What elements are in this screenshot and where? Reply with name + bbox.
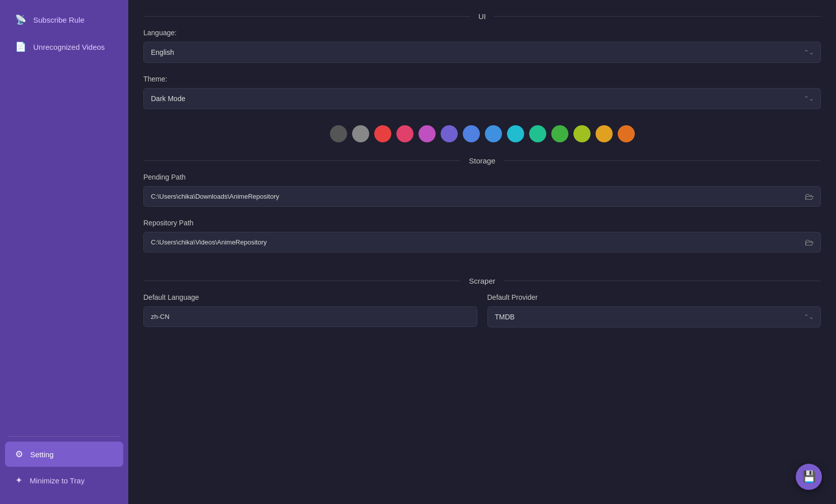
repository-path-label: Repository Path xyxy=(143,219,821,227)
pending-path-folder-button[interactable]: 🗁 xyxy=(803,190,816,203)
sidebar-item-subscribe-rule[interactable]: 📡 Subscribe Rule xyxy=(5,7,123,32)
theme-label: Theme: xyxy=(143,75,821,83)
pending-path-label: Pending Path xyxy=(143,173,821,181)
default-provider-field-group: Default Provider TMDB AniDB MyAnimeList … xyxy=(487,293,821,327)
color-swatch-default-dark[interactable] xyxy=(330,125,347,142)
theme-select[interactable]: Dark Mode Light Mode xyxy=(143,88,821,109)
scraper-section-header: Scraper xyxy=(128,265,836,293)
storage-section-content: Pending Path 🗁 Repository Path 🗁 xyxy=(128,173,836,253)
color-swatch-orange[interactable] xyxy=(618,125,635,142)
sidebar-divider xyxy=(8,436,120,437)
storage-section-title: Storage xyxy=(469,156,495,165)
default-provider-select[interactable]: TMDB AniDB MyAnimeList xyxy=(487,306,821,327)
color-swatch-blue-purple[interactable] xyxy=(463,125,480,142)
default-language-field-group: Default Language xyxy=(143,293,477,327)
theme-field-group: Theme: Dark Mode Light Mode ⌃⌄ xyxy=(143,75,821,109)
language-select[interactable]: English 中文 日本語 xyxy=(143,42,821,63)
repository-path-wrapper: 🗁 xyxy=(143,232,821,253)
default-language-input[interactable] xyxy=(143,306,477,327)
sidebar-item-label: Unrecognized Videos xyxy=(33,43,105,51)
color-swatch-yellow[interactable] xyxy=(596,125,613,142)
main-content: UI Language: English 中文 日本語 ⌃⌄ Theme: Da… xyxy=(128,0,836,504)
repository-path-input[interactable] xyxy=(143,232,821,253)
sidebar-item-minimize-to-tray[interactable]: ✦ Minimize to Tray xyxy=(5,468,123,493)
save-icon: 💾 xyxy=(802,470,816,483)
default-language-label: Default Language xyxy=(143,293,477,301)
default-provider-select-wrapper: TMDB AniDB MyAnimeList ⌃⌄ xyxy=(487,306,821,327)
color-swatch-teal[interactable] xyxy=(529,125,546,142)
color-swatch-red[interactable] xyxy=(374,125,391,142)
color-swatch-hot-pink[interactable] xyxy=(396,125,413,142)
sidebar-item-setting[interactable]: ⚙ Setting xyxy=(5,442,123,467)
pending-path-wrapper: 🗁 xyxy=(143,186,821,207)
color-swatch-green[interactable] xyxy=(551,125,568,142)
language-select-wrapper: English 中文 日本語 ⌃⌄ xyxy=(143,42,821,63)
repository-path-folder-button[interactable]: 🗁 xyxy=(803,236,816,248)
sidebar-item-label: Minimize to Tray xyxy=(30,476,85,485)
subscribe-rule-icon: 📡 xyxy=(15,14,26,25)
default-provider-label: Default Provider xyxy=(487,293,821,301)
language-field-group: Language: English 中文 日本語 ⌃⌄ xyxy=(143,29,821,63)
storage-section-header: Storage xyxy=(128,144,836,173)
theme-select-wrapper: Dark Mode Light Mode ⌃⌄ xyxy=(143,88,821,109)
unrecognized-videos-icon: 📄 xyxy=(15,41,26,52)
ui-section-header: UI xyxy=(128,0,836,29)
color-swatch-gray[interactable] xyxy=(352,125,369,142)
color-swatch-cyan[interactable] xyxy=(507,125,524,142)
sidebar-item-label: Setting xyxy=(30,450,54,459)
minimize-to-tray-icon: ✦ xyxy=(15,475,23,486)
scraper-section-title: Scraper xyxy=(469,277,495,285)
color-swatch-purple-pink[interactable] xyxy=(419,125,436,142)
repository-path-field-group: Repository Path 🗁 xyxy=(143,219,821,253)
scraper-two-col: Default Language Default Provider TMDB A… xyxy=(143,293,821,340)
setting-icon: ⚙ xyxy=(15,449,23,460)
color-swatch-blue[interactable] xyxy=(485,125,502,142)
color-swatch-purple[interactable] xyxy=(441,125,458,142)
ui-section-content: Language: English 中文 日本語 ⌃⌄ Theme: Dark … xyxy=(128,29,836,144)
sidebar: 📡 Subscribe Rule 📄 Unrecognized Videos ⚙… xyxy=(0,0,128,504)
scraper-section-content: Default Language Default Provider TMDB A… xyxy=(128,293,836,340)
sidebar-item-unrecognized-videos[interactable]: 📄 Unrecognized Videos xyxy=(5,34,123,59)
sidebar-item-label: Subscribe Rule xyxy=(33,16,85,24)
ui-section-title: UI xyxy=(478,12,486,21)
color-swatches xyxy=(143,121,821,144)
pending-path-input[interactable] xyxy=(143,186,821,207)
save-button[interactable]: 💾 xyxy=(796,464,822,490)
language-label: Language: xyxy=(143,29,821,37)
color-swatch-yellow-green[interactable] xyxy=(573,125,591,142)
pending-path-field-group: Pending Path 🗁 xyxy=(143,173,821,207)
